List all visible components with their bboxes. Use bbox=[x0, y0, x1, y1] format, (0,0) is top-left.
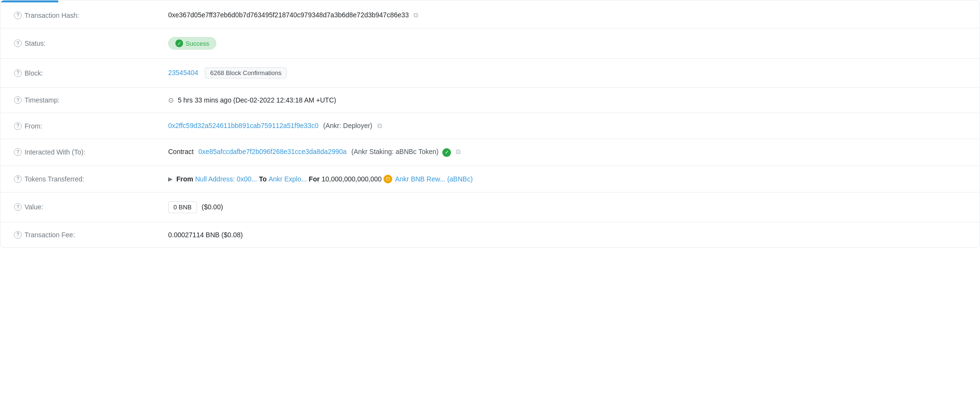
table-row: ? Block: 23545404 6268 Block Confirmatio… bbox=[0, 59, 980, 88]
bnb-value-box: 0 BNB bbox=[168, 201, 197, 213]
timestamp-value: 5 hrs 33 mins ago (Dec-02-2022 12:43:18 … bbox=[178, 96, 336, 104]
tokens-transferred-label-cell: ? Tokens Transferred: bbox=[0, 166, 155, 192]
interacted-with-label: Interacted With (To): bbox=[25, 148, 85, 156]
table-row: ? Timestamp: ⊙ 5 hrs 33 mins ago (Dec-02… bbox=[0, 88, 980, 113]
block-help-icon[interactable]: ? bbox=[14, 69, 22, 77]
status-label: Status: bbox=[25, 39, 46, 47]
for-keyword: For bbox=[309, 175, 320, 183]
value-label-cell: ? Value: bbox=[0, 192, 155, 222]
timestamp-help-icon[interactable]: ? bbox=[14, 96, 22, 104]
transaction-hash-copy-icon[interactable]: ⧉ bbox=[413, 11, 418, 19]
transaction-table: ? Transaction Hash: 0xe367d05e7ff37eb6d0… bbox=[0, 2, 980, 247]
transaction-fee-label: Transaction Fee: bbox=[25, 231, 75, 239]
tokens-transferred-label: Tokens Transferred: bbox=[25, 175, 84, 183]
status-label-cell: ? Status: bbox=[0, 28, 155, 59]
timestamp-value-cell: ⊙ 5 hrs 33 mins ago (Dec-02-2022 12:43:1… bbox=[155, 88, 980, 113]
block-label: Block: bbox=[25, 69, 43, 77]
contract-prefix: Contract bbox=[168, 148, 194, 155]
token-transfer-row: ▶ From Null Address: 0x00... To Ankr Exp… bbox=[168, 175, 966, 183]
transaction-hash-value: 0xe367d05e7ff37eb6d0b7d763495f218740c979… bbox=[168, 11, 409, 19]
from-help-icon[interactable]: ? bbox=[14, 122, 22, 130]
transaction-hash-help-icon[interactable]: ? bbox=[14, 12, 22, 19]
value-value-cell: 0 BNB ($0.00) bbox=[155, 192, 980, 222]
interacted-with-help-icon[interactable]: ? bbox=[14, 148, 22, 156]
status-badge: ✓ Success bbox=[168, 37, 216, 50]
from-keyword: From bbox=[176, 175, 193, 183]
table-row: ? Value: 0 BNB ($0.00) bbox=[0, 192, 980, 222]
transaction-hash-label: Transaction Hash: bbox=[25, 12, 79, 19]
token-name-link[interactable]: Ankr BNB Rew... (aBNBc) bbox=[395, 175, 473, 183]
table-row: ? Interacted With (To): Contract 0xe85af… bbox=[0, 139, 980, 166]
table-row: ? Transaction Hash: 0xe367d05e7ff37eb6d0… bbox=[0, 2, 980, 28]
transaction-fee-value: 0.00027114 BNB ($0.08) bbox=[168, 231, 243, 239]
table-row: ? From: 0x2ffc59d32a524611bb891cab759112… bbox=[0, 113, 980, 139]
timestamp-label: Timestamp: bbox=[25, 96, 60, 104]
contract-address-link[interactable]: 0xe85afccdafbe7f2b096f268e31cce3da8da299… bbox=[199, 148, 347, 155]
from-label: From: bbox=[25, 122, 42, 130]
from-address-copy-icon[interactable]: ⧉ bbox=[377, 122, 382, 130]
status-text: Success bbox=[185, 40, 209, 47]
from-tag: (Ankr: Deployer) bbox=[323, 122, 372, 129]
block-value-cell: 23545404 6268 Block Confirmations bbox=[155, 59, 980, 88]
interacted-with-label-cell: ? Interacted With (To): bbox=[0, 139, 155, 166]
interacted-with-value-cell: Contract 0xe85afccdafbe7f2b096f268e31cce… bbox=[155, 139, 980, 166]
block-label-cell: ? Block: bbox=[0, 59, 155, 88]
tokens-transferred-value-cell: ▶ From Null Address: 0x00... To Ankr Exp… bbox=[155, 166, 980, 192]
table-row: ? Tokens Transferred: ▶ From Null Addres… bbox=[0, 166, 980, 192]
usd-value: ($0.00) bbox=[201, 203, 223, 211]
clock-icon: ⊙ bbox=[168, 96, 174, 104]
value-help-icon[interactable]: ? bbox=[14, 203, 22, 211]
block-number-link[interactable]: 23545404 bbox=[168, 69, 198, 77]
value-label: Value: bbox=[25, 203, 43, 211]
token-from-address-link[interactable]: Null Address: 0x00... bbox=[195, 175, 257, 183]
status-check-icon: ✓ bbox=[175, 39, 183, 47]
tokens-transferred-help-icon[interactable]: ? bbox=[14, 175, 22, 183]
token-to-address-link[interactable]: Ankr Explo... bbox=[268, 175, 306, 183]
contract-tag: (Ankr Staking: aBNBc Token) bbox=[351, 148, 438, 155]
contract-verified-icon: ✓ bbox=[442, 148, 451, 157]
status-value-cell: ✓ Success bbox=[155, 28, 980, 59]
table-row: ? Transaction Fee: 0.00027114 BNB ($0.08… bbox=[0, 222, 980, 247]
status-help-icon[interactable]: ? bbox=[14, 39, 22, 47]
transaction-hash-label-cell: ? Transaction Hash: bbox=[0, 2, 155, 28]
from-value-cell: 0x2ffc59d32a524611bb891cab759112a51f9e33… bbox=[155, 113, 980, 139]
from-label-cell: ? From: bbox=[0, 113, 155, 139]
token-bnb-icon: ⬡ bbox=[384, 175, 392, 183]
contract-copy-icon[interactable]: ⧉ bbox=[456, 148, 461, 156]
table-row: ? Status: ✓ Success bbox=[0, 28, 980, 59]
to-keyword: To bbox=[259, 175, 266, 183]
block-confirmations-badge: 6268 Block Confirmations bbox=[205, 67, 287, 78]
transfer-arrow-icon: ▶ bbox=[168, 176, 172, 182]
transaction-fee-label-cell: ? Transaction Fee: bbox=[0, 222, 155, 247]
token-amount: 10,000,000,000,000 bbox=[321, 175, 382, 183]
transaction-hash-value-cell: 0xe367d05e7ff37eb6d0b7d763495f218740c979… bbox=[155, 2, 980, 28]
transaction-fee-help-icon[interactable]: ? bbox=[14, 231, 22, 239]
transaction-detail-panel: ? Transaction Hash: 0xe367d05e7ff37eb6d0… bbox=[0, 0, 980, 248]
transaction-fee-value-cell: 0.00027114 BNB ($0.08) bbox=[155, 222, 980, 247]
timestamp-label-cell: ? Timestamp: bbox=[0, 88, 155, 113]
from-address-link[interactable]: 0x2ffc59d32a524611bb891cab759112a51f9e33… bbox=[168, 122, 318, 129]
